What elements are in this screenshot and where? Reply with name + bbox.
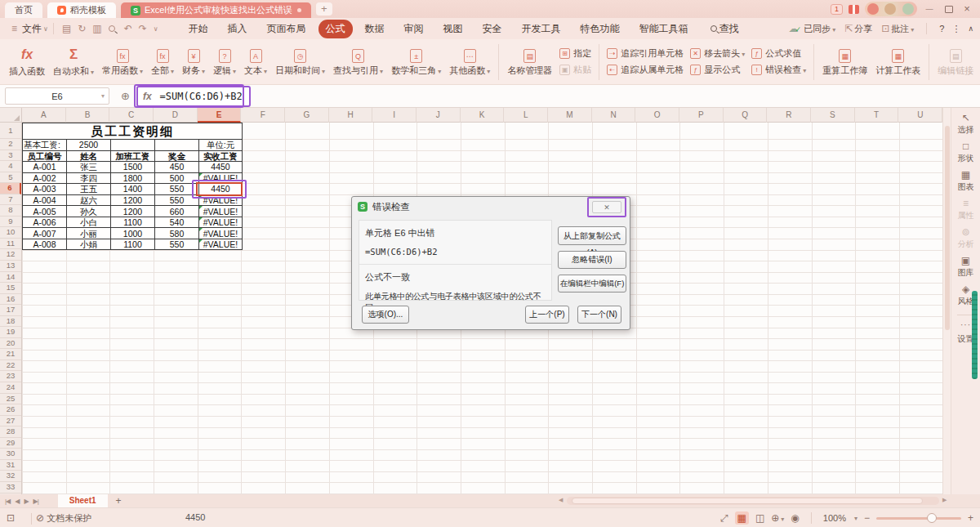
- undo-icon[interactable]: ↶: [121, 23, 136, 34]
- cell-r8c1[interactable]: 孙久: [67, 206, 111, 217]
- ribbon-fn-button-6[interactable]: A文本▾: [240, 41, 271, 83]
- column-header-O[interactable]: O: [635, 108, 679, 123]
- menu-search[interactable]: 查找: [710, 22, 739, 36]
- notification-badge[interactable]: 1: [831, 4, 843, 15]
- audit-item-2-0[interactable]: ƒ公式求值: [751, 47, 806, 60]
- row-header-28[interactable]: 28: [0, 427, 21, 438]
- ribbon-fn-button-5[interactable]: ?逻辑▾: [209, 41, 240, 83]
- row-header-22[interactable]: 22: [0, 360, 21, 372]
- minimize-button[interactable]: [923, 2, 936, 16]
- row-header-18[interactable]: 18: [0, 316, 21, 328]
- sheet-tab-sheet1[interactable]: Sheet1: [58, 494, 108, 507]
- cell-r7c0[interactable]: A-004: [23, 194, 67, 206]
- save-icon[interactable]: ▤: [59, 23, 74, 34]
- audit-item-1-0[interactable]: ✕移去箭头▾: [690, 47, 745, 60]
- row-header-16[interactable]: 16: [0, 294, 21, 306]
- calc-button-1[interactable]: ▦计算工作表: [871, 41, 924, 83]
- cell-r6c0[interactable]: A-003: [23, 184, 67, 195]
- cell-r7c2[interactable]: 1200: [111, 194, 155, 206]
- column-header-A[interactable]: A: [22, 108, 66, 123]
- info-cell-4[interactable]: 单位:元: [199, 140, 243, 151]
- row-header-1[interactable]: 1: [0, 123, 21, 139]
- last-sheet-icon[interactable]: ▶|: [33, 498, 38, 505]
- protect-status[interactable]: ⊘ 文档未保护: [36, 512, 91, 525]
- header-cell-2[interactable]: 加班工资: [111, 150, 155, 162]
- formula-input[interactable]: =SUM(C6:D6)+B2: [160, 91, 243, 102]
- redo-icon[interactable]: ↷: [136, 23, 150, 34]
- header-cell-4[interactable]: 实收工资: [199, 150, 243, 162]
- info-cell-3[interactable]: [155, 140, 199, 151]
- menu-tab-4[interactable]: 数据: [358, 20, 392, 38]
- ribbon-fn-button-1[interactable]: Σ自动求和▾: [49, 41, 98, 83]
- add-sheet-button[interactable]: +: [116, 495, 122, 507]
- cell-r4c2[interactable]: 1500: [111, 162, 155, 173]
- ribbon-small-true[interactable]: ▣粘贴: [559, 64, 591, 76]
- options-button[interactable]: 选项(O)...: [362, 306, 409, 324]
- fx-icon[interactable]: fx: [143, 91, 152, 102]
- share-button[interactable]: ⇱分享: [843, 23, 872, 35]
- cell-r6c2[interactable]: 1400: [111, 184, 155, 195]
- collapse-ribbon-icon[interactable]: ∧: [968, 25, 973, 33]
- cell-r5c1[interactable]: 李四: [67, 172, 111, 184]
- row-header-31[interactable]: 31: [0, 460, 21, 471]
- ribbon-fn-button-8[interactable]: Q查找与引用▾: [329, 41, 387, 83]
- cell-r5c0[interactable]: A-002: [23, 172, 67, 184]
- cell-r9c3[interactable]: 540: [155, 217, 199, 228]
- ribbon-fn-button-0[interactable]: fx插入函数: [5, 41, 49, 83]
- cell-r9c0[interactable]: A-006: [23, 217, 67, 228]
- cell-r10c1[interactable]: 小丽: [67, 228, 111, 239]
- row-header-6[interactable]: 6: [0, 183, 21, 194]
- cell-r9c4[interactable]: #VALUE!: [199, 217, 243, 228]
- hscroll-left-icon[interactable]: ◀: [559, 497, 563, 503]
- more-menu-icon[interactable]: ⋮: [951, 24, 960, 34]
- header-cell-1[interactable]: 姓名: [67, 150, 111, 162]
- row-header-13[interactable]: 13: [0, 261, 21, 272]
- vertical-scrollbar[interactable]: [942, 108, 951, 494]
- info-cell-0[interactable]: 基本工资:: [23, 140, 67, 151]
- info-cell-2[interactable]: [111, 140, 155, 151]
- menu-tab-9[interactable]: 特色功能: [573, 20, 627, 38]
- cell-r8c0[interactable]: A-005: [23, 206, 67, 217]
- print-preview-icon[interactable]: [105, 23, 121, 34]
- row-header-29[interactable]: 29: [0, 438, 21, 449]
- vertical-scrollbar-thumb[interactable]: [945, 126, 950, 330]
- cell-r9c2[interactable]: 1100: [111, 217, 155, 228]
- more-tools-icon[interactable]: ···: [960, 320, 971, 329]
- column-header-B[interactable]: B: [66, 108, 110, 123]
- normal-view-icon[interactable]: ▦: [735, 511, 749, 525]
- fullscreen-icon[interactable]: ⤢: [720, 512, 728, 524]
- audit-item-0-0[interactable]: ⇢追踪引用单元格: [607, 47, 684, 60]
- row-header-26[interactable]: 26: [0, 404, 21, 416]
- comment-button[interactable]: ⊡批注▾: [880, 23, 914, 35]
- cell-r11c0[interactable]: A-008: [23, 239, 67, 250]
- ignore-error-button[interactable]: 忽略错误(I): [558, 251, 626, 269]
- tab-templates[interactable]: 稻壳模板: [47, 2, 116, 18]
- zoom-out-icon[interactable]: −: [864, 512, 870, 524]
- cell-r11c3[interactable]: 550: [155, 239, 199, 250]
- hscroll-right-icon[interactable]: ▶: [942, 497, 947, 503]
- print-icon[interactable]: ▥: [89, 23, 105, 34]
- row-header-25[interactable]: 25: [0, 394, 21, 405]
- horizontal-scrollbar-thumb[interactable]: [572, 498, 923, 504]
- column-header-J[interactable]: J: [416, 108, 461, 123]
- help-button[interactable]: ?: [939, 24, 944, 33]
- next-button[interactable]: 下一个(N): [577, 306, 621, 324]
- cell-r5c2[interactable]: 1800: [111, 172, 155, 184]
- column-header-L[interactable]: L: [504, 108, 548, 123]
- hamburger-icon[interactable]: ≡: [8, 23, 20, 34]
- zoom-level[interactable]: 100%: [823, 513, 846, 523]
- next-sheet-icon[interactable]: ▶: [24, 498, 28, 505]
- cell-r11c1[interactable]: 小娟: [67, 239, 111, 250]
- name-box[interactable]: E6▾: [5, 87, 109, 105]
- cell-r11c4[interactable]: #VALUE!: [199, 239, 243, 250]
- row-header-7[interactable]: 7: [0, 194, 21, 206]
- cell-r10c3[interactable]: 580: [155, 228, 199, 239]
- menu-tab-6[interactable]: 视图: [436, 20, 470, 38]
- row-header-10[interactable]: 10: [0, 227, 21, 239]
- column-header-P[interactable]: P: [679, 108, 724, 123]
- edit-in-formula-bar-button[interactable]: 在编辑栏中编辑(F): [558, 275, 626, 293]
- row-header-24[interactable]: 24: [0, 382, 21, 394]
- row-header-3[interactable]: 3: [0, 150, 21, 162]
- menu-tab-5[interactable]: 审阅: [397, 20, 431, 38]
- row-header-17[interactable]: 17: [0, 305, 21, 316]
